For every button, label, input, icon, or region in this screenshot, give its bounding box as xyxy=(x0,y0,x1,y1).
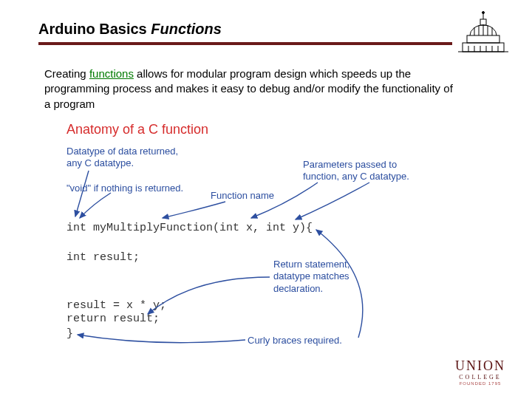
diagram-title: Anatomy of a C function xyxy=(66,122,451,137)
functions-link[interactable]: functions xyxy=(89,67,134,80)
code-declare: int result; xyxy=(66,251,140,264)
code-signature: int myMultiplyFunction(int x, int y){ xyxy=(66,222,313,234)
label-return-type: Datatype of data returned, any C datatyp… xyxy=(66,146,178,170)
union-college-logo: UNION COLLEGE FOUNDED 1795 xyxy=(455,358,505,386)
function-anatomy-diagram: Anatomy of a C function Datatype of data… xyxy=(66,122,451,358)
body-paragraph: Creating functions allows for modular pr… xyxy=(44,66,458,112)
slide-title: Arduino Basics Functions xyxy=(38,21,502,42)
label-curly-braces: Curly braces required. xyxy=(248,335,342,347)
svg-rect-14 xyxy=(480,19,486,25)
slide-header: Arduino Basics Functions xyxy=(38,21,502,45)
code-multiply: result = x * y; xyxy=(66,299,166,312)
dome-icon xyxy=(457,10,510,53)
title-sub: Functions xyxy=(151,21,222,37)
body-pre: Creating xyxy=(44,67,89,80)
label-parameters: Parameters passed to function, any C dat… xyxy=(303,159,409,183)
title-rule xyxy=(38,42,452,45)
label-void: "void" if nothing is returned. xyxy=(66,183,183,194)
logo-line1: UNION xyxy=(455,358,505,374)
code-return: return result; xyxy=(66,313,160,325)
label-function-name: Function name xyxy=(211,190,274,202)
logo-line3: FOUNDED 1795 xyxy=(455,381,505,386)
code-brace-end: } xyxy=(66,327,73,340)
label-return-stmt: Return statement, datatype matches decla… xyxy=(273,259,349,295)
title-main: Arduino Basics xyxy=(38,21,151,37)
logo-line2: COLLEGE xyxy=(455,374,505,381)
svg-point-16 xyxy=(482,12,485,14)
svg-rect-8 xyxy=(467,35,499,43)
